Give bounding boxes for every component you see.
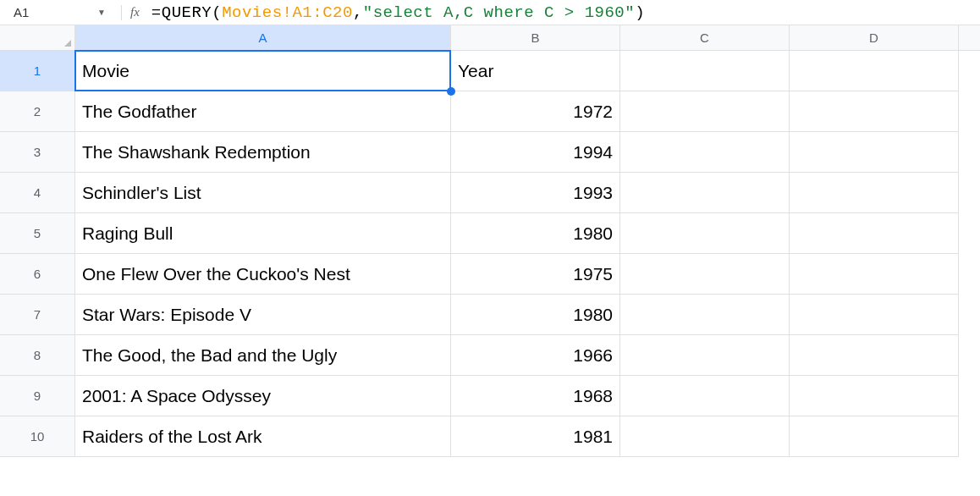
- cell[interactable]: [790, 254, 959, 295]
- cell[interactable]: [790, 295, 959, 335]
- cell[interactable]: Raging Bull: [75, 213, 451, 254]
- row: 5Raging Bull1980: [0, 213, 980, 254]
- cell[interactable]: 1968: [451, 376, 620, 416]
- cell[interactable]: 1993: [451, 173, 620, 213]
- divider: [121, 5, 122, 20]
- cell[interactable]: 1972: [451, 91, 620, 132]
- cell[interactable]: [620, 295, 790, 335]
- cell[interactable]: The Shawshank Redemption: [75, 132, 451, 173]
- formula-query: "select A,C where C > 1960": [363, 3, 635, 22]
- cell[interactable]: [620, 416, 790, 457]
- row-header[interactable]: 8: [0, 335, 75, 376]
- cell[interactable]: 1975: [451, 254, 620, 295]
- cell[interactable]: Movie: [75, 51, 451, 91]
- row: 8The Good, the Bad and the Ugly1966: [0, 335, 980, 376]
- formula-suffix: ): [635, 3, 645, 22]
- cell[interactable]: [790, 91, 959, 132]
- cell[interactable]: [790, 51, 959, 91]
- formula-prefix: =QUERY(: [151, 3, 222, 22]
- cell[interactable]: [790, 416, 959, 457]
- cell[interactable]: [790, 132, 959, 173]
- formula-range: Movies!A1:C20: [222, 3, 353, 22]
- cell[interactable]: 1980: [451, 295, 620, 335]
- cell[interactable]: [620, 254, 790, 295]
- cell[interactable]: [790, 173, 959, 213]
- cell[interactable]: 1994: [451, 132, 620, 173]
- cell[interactable]: [790, 376, 959, 416]
- fx-label: fx: [130, 5, 140, 19]
- row: 4Schindler's List1993: [0, 173, 980, 213]
- column-headers: A B C D: [0, 25, 980, 51]
- cell[interactable]: 1980: [451, 213, 620, 254]
- name-box-dropdown-icon[interactable]: ▼: [97, 8, 113, 17]
- row: 10Raiders of the Lost Ark1981: [0, 416, 980, 457]
- row-header[interactable]: 1: [0, 51, 75, 91]
- cell[interactable]: [790, 213, 959, 254]
- cell[interactable]: 1981: [451, 416, 620, 457]
- cell[interactable]: One Flew Over the Cuckoo's Nest: [75, 254, 451, 295]
- row-header[interactable]: 5: [0, 213, 75, 254]
- row: 7Star Wars: Episode V1980: [0, 295, 980, 335]
- row-header[interactable]: 4: [0, 173, 75, 213]
- cell[interactable]: Raiders of the Lost Ark: [75, 416, 451, 457]
- cell[interactable]: [620, 51, 790, 91]
- cell[interactable]: 2001: A Space Odyssey: [75, 376, 451, 416]
- cell[interactable]: The Godfather: [75, 91, 451, 132]
- cell[interactable]: [620, 376, 790, 416]
- row-header[interactable]: 9: [0, 376, 75, 416]
- row: 1MovieYear: [0, 51, 980, 91]
- cell[interactable]: Star Wars: Episode V: [75, 295, 451, 335]
- name-box-value: A1: [14, 5, 29, 19]
- grid-container: A B C D 1MovieYear2The Godfather19723The…: [0, 25, 980, 457]
- row: 2The Godfather1972: [0, 91, 980, 132]
- row-header[interactable]: 7: [0, 295, 75, 335]
- row-header[interactable]: 2: [0, 91, 75, 132]
- cell[interactable]: 1966: [451, 335, 620, 376]
- cell[interactable]: [620, 213, 790, 254]
- column-header-c[interactable]: C: [620, 25, 790, 50]
- row: 3The Shawshank Redemption1994: [0, 132, 980, 173]
- column-header-b[interactable]: B: [451, 25, 620, 50]
- row-header[interactable]: 3: [0, 132, 75, 173]
- row-header[interactable]: 10: [0, 416, 75, 457]
- formula-bar: A1 ▼ fx =QUERY(Movies!A1:C20, "select A,…: [0, 0, 980, 25]
- cell[interactable]: [620, 173, 790, 213]
- cell[interactable]: The Good, the Bad and the Ugly: [75, 335, 451, 376]
- cell[interactable]: Year: [451, 51, 620, 91]
- select-all-corner[interactable]: [0, 25, 75, 50]
- cell[interactable]: Schindler's List: [75, 173, 451, 213]
- cell[interactable]: [620, 132, 790, 173]
- column-header-a[interactable]: A: [75, 25, 451, 50]
- row-header[interactable]: 6: [0, 254, 75, 295]
- formula-input[interactable]: =QUERY(Movies!A1:C20, "select A,C where …: [151, 3, 645, 22]
- name-box[interactable]: A1 ▼: [7, 5, 113, 19]
- row: 92001: A Space Odyssey1968: [0, 376, 980, 416]
- cell[interactable]: [620, 335, 790, 376]
- row: 6One Flew Over the Cuckoo's Nest1975: [0, 254, 980, 295]
- cell[interactable]: [790, 335, 959, 376]
- column-header-d[interactable]: D: [790, 25, 959, 50]
- formula-comma: ,: [353, 3, 363, 22]
- cell[interactable]: [620, 91, 790, 132]
